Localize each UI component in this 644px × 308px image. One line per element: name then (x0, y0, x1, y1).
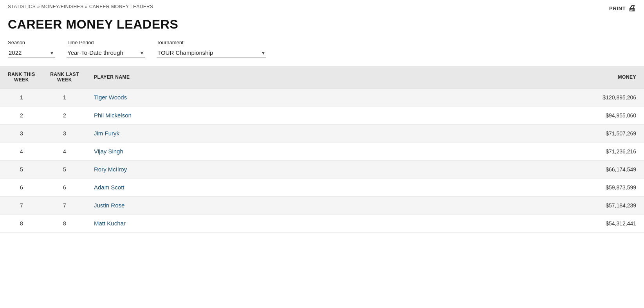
cell-money: $66,174,549 (574, 160, 644, 178)
cell-rank-this-week: 6 (0, 178, 43, 196)
breadcrumb-sep1: » (37, 4, 41, 9)
cell-rank-this-week: 1 (0, 88, 43, 106)
tournament-select-wrapper[interactable]: TOUR Championship Masters US Open The Op… (157, 48, 266, 58)
col-player-name: PLAYER NAME (86, 66, 574, 88)
data-table-container: RANK THIS WEEK RANK LAST WEEK PLAYER NAM… (0, 66, 644, 232)
career-money-table: RANK THIS WEEK RANK LAST WEEK PLAYER NAM… (0, 66, 644, 232)
table-row: 22Phil Mickelson$94,955,060 (0, 106, 644, 124)
col-money: MONEY (574, 66, 644, 88)
time-period-select[interactable]: Year-To-Date through All Time (67, 48, 145, 58)
table-row: 88Matt Kuchar$54,312,441 (0, 214, 644, 232)
table-row: 33Jim Furyk$71,507,269 (0, 124, 644, 142)
table-row: 55Rory McIlroy$66,174,549 (0, 160, 644, 178)
tournament-select[interactable]: TOUR Championship Masters US Open The Op… (157, 48, 266, 58)
print-button[interactable]: PRINT 🖨 (609, 4, 636, 13)
cell-rank-last-week: 5 (43, 160, 86, 178)
time-period-filter-group: Time Period Year-To-Date through All Tim… (67, 40, 145, 58)
cell-player-name[interactable]: Matt Kuchar (86, 214, 574, 232)
page-title: CAREER MONEY LEADERS (0, 13, 644, 40)
time-period-label: Time Period (67, 40, 145, 45)
tournament-label: Tournament (157, 40, 266, 45)
table-header-row: RANK THIS WEEK RANK LAST WEEK PLAYER NAM… (0, 66, 644, 88)
cell-player-name[interactable]: Tiger Woods (86, 88, 574, 106)
cell-rank-last-week: 1 (43, 88, 86, 106)
cell-rank-last-week: 6 (43, 178, 86, 196)
cell-rank-this-week: 7 (0, 196, 43, 214)
cell-rank-last-week: 4 (43, 142, 86, 160)
cell-money: $57,184,239 (574, 196, 644, 214)
table-row: 11Tiger Woods$120,895,206 (0, 88, 644, 106)
cell-money: $59,873,599 (574, 178, 644, 196)
cell-rank-this-week: 8 (0, 214, 43, 232)
cell-rank-this-week: 3 (0, 124, 43, 142)
print-label: PRINT (609, 5, 626, 11)
cell-money: $94,955,060 (574, 106, 644, 124)
cell-player-name[interactable]: Phil Mickelson (86, 106, 574, 124)
cell-rank-this-week: 4 (0, 142, 43, 160)
table-row: 44Vijay Singh$71,236,216 (0, 142, 644, 160)
breadcrumb-text3: CAREER MONEY LEADERS (89, 4, 153, 9)
cell-rank-last-week: 8 (43, 214, 86, 232)
season-select-wrapper[interactable]: 2022 2021 2020 2019 (8, 48, 55, 58)
time-period-select-wrapper[interactable]: Year-To-Date through All Time (67, 48, 145, 58)
col-rank-last-week: RANK LAST WEEK (43, 66, 86, 88)
cell-player-name[interactable]: Vijay Singh (86, 142, 574, 160)
cell-rank-this-week: 2 (0, 106, 43, 124)
breadcrumb-text: STATISTICS (8, 4, 36, 9)
season-filter-group: Season 2022 2021 2020 2019 (8, 40, 55, 58)
cell-money: $71,236,216 (574, 142, 644, 160)
cell-rank-last-week: 2 (43, 106, 86, 124)
cell-player-name[interactable]: Justin Rose (86, 196, 574, 214)
cell-player-name[interactable]: Rory McIlroy (86, 160, 574, 178)
season-select[interactable]: 2022 2021 2020 2019 (8, 48, 55, 58)
season-label: Season (8, 40, 55, 45)
cell-player-name[interactable]: Jim Furyk (86, 124, 574, 142)
cell-player-name[interactable]: Adam Scott (86, 178, 574, 196)
filters-section: Season 2022 2021 2020 2019 Time Period Y… (0, 40, 644, 66)
table-row: 77Justin Rose$57,184,239 (0, 196, 644, 214)
cell-rank-last-week: 3 (43, 124, 86, 142)
table-row: 66Adam Scott$59,873,599 (0, 178, 644, 196)
col-rank-this-week: RANK THIS WEEK (0, 66, 43, 88)
cell-money: $71,507,269 (574, 124, 644, 142)
cell-rank-this-week: 5 (0, 160, 43, 178)
cell-rank-last-week: 7 (43, 196, 86, 214)
tournament-filter-group: Tournament TOUR Championship Masters US … (157, 40, 266, 58)
print-icon: 🖨 (628, 4, 636, 13)
breadcrumb-text2: MONEY/FINISHES (41, 4, 84, 9)
breadcrumb: STATISTICS » MONEY/FINISHES » CAREER MON… (0, 0, 644, 13)
breadcrumb-sep2: » (85, 4, 89, 9)
cell-money: $54,312,441 (574, 214, 644, 232)
cell-money: $120,895,206 (574, 88, 644, 106)
